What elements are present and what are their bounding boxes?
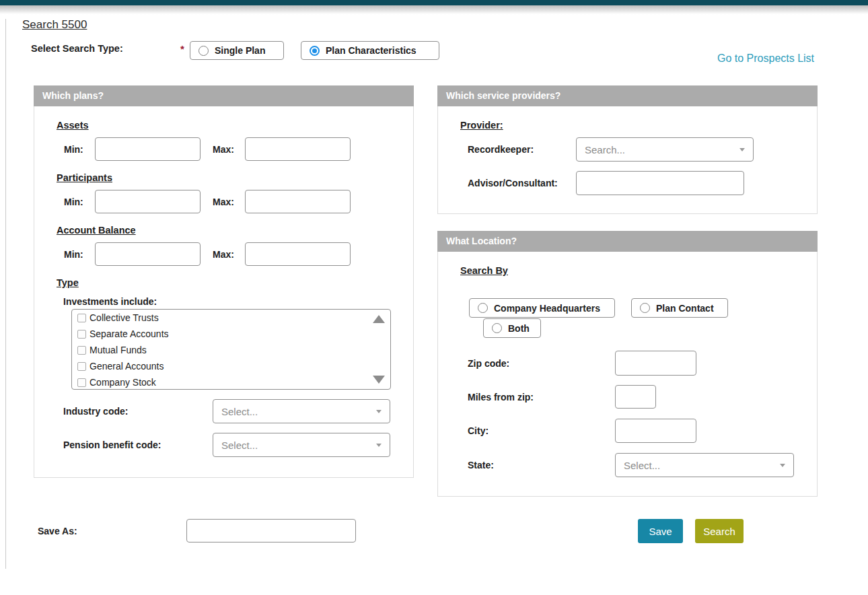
radio-single-plan-label: Single Plan [215, 45, 265, 56]
chevron-down-icon [376, 444, 382, 447]
top-accent-bar [0, 0, 868, 5]
search-type-label: Select Search Type: [31, 43, 123, 54]
miles-from-zip-label: Miles from zip: [468, 385, 534, 409]
recordkeeper-select[interactable]: Search... [576, 137, 754, 162]
list-item[interactable]: Separate Accounts [72, 326, 390, 342]
radio-plan-characteristics[interactable]: Plan Characteristics [301, 41, 439, 60]
checkbox-icon[interactable] [77, 378, 86, 387]
panel-what-location-header: What Location? [437, 231, 818, 252]
save-as-input[interactable] [186, 519, 356, 542]
account-balance-min-input[interactable] [95, 242, 201, 266]
pension-benefit-code-label: Pension benefit code: [63, 433, 161, 457]
investment-option-label: Mutual Funds [89, 345, 147, 355]
radio-plan-contact-label: Plan Contact [656, 303, 714, 314]
assets-min-label: Min: [64, 137, 83, 161]
panel-what-location: What Location? Search By Company Headqua… [437, 231, 818, 497]
miles-from-zip-input[interactable] [615, 385, 656, 409]
assets-max-input[interactable] [245, 137, 351, 161]
save-as-label: Save As: [38, 519, 77, 542]
go-to-prospects-link[interactable]: Go to Prospects List [717, 53, 814, 65]
account-balance-min-label: Min: [64, 242, 83, 266]
provider-heading: Provider: [460, 120, 503, 131]
assets-min-input[interactable] [95, 137, 201, 161]
radio-company-headquarters[interactable]: Company Headquarters [469, 298, 615, 318]
radio-selected-icon[interactable] [310, 46, 320, 56]
industry-code-label: Industry code: [63, 399, 128, 423]
radio-unselected-icon[interactable] [478, 303, 488, 313]
participants-max-label: Max: [213, 190, 234, 213]
left-divider-line [5, 19, 6, 569]
panel-which-plans-header: Which plans? [34, 85, 414, 106]
checkbox-icon[interactable] [77, 346, 86, 355]
chevron-down-icon [780, 464, 785, 467]
radio-unselected-icon[interactable] [198, 46, 209, 56]
pension-benefit-code-select[interactable]: Select... [213, 433, 390, 457]
account-balance-heading: Account Balance [57, 225, 136, 236]
chevron-down-icon [739, 148, 745, 151]
top-bar-shadow [0, 5, 868, 14]
radio-both[interactable]: Both [483, 318, 541, 338]
pension-benefit-code-value: Select... [221, 440, 258, 451]
state-label: State: [468, 453, 494, 477]
investment-option-label: Separate Accounts [89, 328, 169, 339]
checkbox-icon[interactable] [77, 362, 86, 371]
investment-option-label: General Accounts [89, 361, 164, 372]
search-button[interactable]: Search [695, 519, 744, 543]
state-value: Select... [624, 460, 660, 471]
radio-company-headquarters-label: Company Headquarters [494, 303, 600, 314]
investment-option-label: Collective Trusts [89, 312, 159, 323]
participants-min-input[interactable] [95, 190, 201, 213]
list-item[interactable]: General Accounts [72, 358, 390, 374]
list-item[interactable]: Collective Trusts [72, 310, 390, 326]
assets-heading: Assets [57, 120, 89, 131]
checkbox-icon[interactable] [77, 314, 86, 322]
investments-listbox[interactable]: Collective Trusts Separate Accounts Mutu… [71, 309, 391, 390]
panel-service-providers-header: Which service providers? [437, 85, 818, 106]
assets-max-label: Max: [213, 137, 234, 161]
checkbox-icon[interactable] [77, 330, 86, 339]
radio-plan-characteristics-label: Plan Characteristics [326, 45, 417, 56]
scroll-down-icon[interactable] [373, 376, 385, 384]
required-asterisk: * [180, 43, 184, 55]
advisor-consultant-input[interactable] [576, 171, 744, 195]
city-input[interactable] [615, 419, 696, 443]
radio-plan-contact[interactable]: Plan Contact [631, 298, 728, 318]
list-item[interactable]: Company Stock [72, 374, 390, 390]
search-by-heading: Search By [460, 265, 508, 276]
industry-code-value: Select... [221, 406, 258, 417]
save-button[interactable]: Save [638, 519, 683, 543]
recordkeeper-label: Recordkeeper: [468, 137, 534, 162]
investment-option-label: Company Stock [89, 377, 156, 388]
zip-code-label: Zip code: [468, 351, 509, 376]
panel-which-plans: Which plans? Assets Min: Max: Participan… [34, 85, 414, 478]
account-balance-max-input[interactable] [245, 242, 351, 266]
panel-service-providers: Which service providers? Provider: Recor… [437, 85, 818, 214]
participants-heading: Participants [57, 172, 112, 183]
chevron-down-icon [376, 410, 382, 413]
state-select[interactable]: Select... [615, 453, 794, 477]
zip-code-input[interactable] [615, 351, 696, 376]
list-item[interactable]: Mutual Funds [72, 342, 390, 358]
radio-unselected-icon[interactable] [492, 323, 502, 333]
participants-max-input[interactable] [245, 190, 351, 213]
account-balance-max-label: Max: [213, 242, 234, 266]
investments-include-label: Investments include: [63, 296, 157, 307]
recordkeeper-value: Search... [585, 144, 625, 155]
participants-min-label: Min: [64, 190, 83, 213]
page-title[interactable]: Search 5500 [22, 18, 87, 32]
city-label: City: [468, 419, 489, 443]
radio-unselected-icon[interactable] [640, 303, 650, 313]
radio-single-plan[interactable]: Single Plan [190, 41, 284, 60]
type-heading: Type [57, 277, 79, 288]
scroll-up-icon[interactable] [373, 315, 385, 323]
radio-both-label: Both [508, 323, 530, 334]
industry-code-select[interactable]: Select... [213, 399, 390, 423]
advisor-consultant-label: Advisor/Consultant: [468, 171, 558, 195]
